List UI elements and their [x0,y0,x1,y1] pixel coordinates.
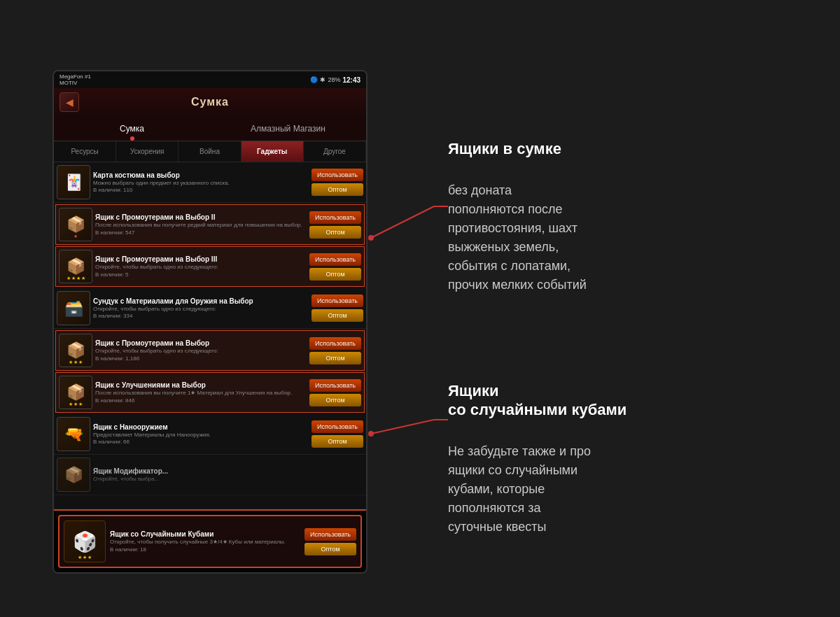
star-icon: ★ [69,360,73,365]
bulk-button[interactable]: Оптом [309,394,361,406]
item-image: 📦 [66,215,85,234]
network-name: MOTIV [59,80,91,86]
item-info: Ящик с Нанооружием Предоставляет Материа… [93,417,309,451]
star-icon: ★ [71,276,76,281]
star-icon: ★ [78,555,82,560]
star-icon: ★ [78,402,83,407]
bulk-button[interactable]: Оптом [309,268,361,281]
page-background: { "page": { "title": "Game UI Screenshot… [0,0,840,617]
title-bar: ◀ Сумка [54,88,366,116]
cat-tab-boosts[interactable]: Ускорения [116,141,178,162]
popup-use-button[interactable]: Использовать [304,528,356,541]
star-icon: ★ [76,276,80,281]
bulk-button[interactable]: Оптом [312,435,363,448]
use-button[interactable]: Использовать [312,169,363,181]
item-info: Ящик с Улучшениями на Выбор После исполь… [95,376,307,409]
main-tab-bar: Сумка Алмазный Магазин [54,116,366,141]
item-image: 📦 [66,257,85,276]
bulk-button[interactable]: Оптом [309,226,361,239]
annotation-body-1: без доната пополняются после противостоя… [448,162,812,295]
popup-box: 🎲 ★ ★ ★ Ящик со Случайными Кубами Открой… [58,515,362,568]
item-buttons: Использовать Оптом [309,250,361,283]
popup-bulk-button[interactable]: Оптом [304,543,356,555]
tab-diamond-shop[interactable]: Алмазный Магазин [210,116,366,141]
item-buttons: Использовать Оптом [312,165,363,199]
item-icon: 📦 ★ ★ ★ [59,334,92,367]
use-button[interactable]: Использовать [309,211,361,224]
list-item: 📦 ★ ★ ★ Ящик с Улучшениями на Выбор Посл… [55,372,365,413]
use-button[interactable]: Использовать [309,379,361,392]
annotation-box-2: Ящики со случайными кубами Не забудьте т… [448,364,812,537]
bulk-button[interactable]: Оптом [312,183,363,196]
battery-icon: 28% [328,76,340,83]
item-image: 📦 [66,341,85,360]
svg-point-1 [368,235,374,241]
star-icon: ★ [83,555,87,560]
popup-item-icon: 🎲 ★ ★ ★ [64,520,106,562]
bluetooth-icon: 🔵 [310,76,318,83]
annotation-body-2: Не забудьте также и про ящики со случайн… [448,423,812,537]
carrier-name: MegaFon #1 [59,73,91,80]
annotation-box-1: Ящики в сумке без доната пополняются пос… [448,140,812,295]
screen-title: Сумка [191,96,229,108]
item-image: 🃏 [64,173,83,192]
star-icon: ★ [81,276,85,281]
star-icon: ★ [66,276,71,281]
carrier-info: MegaFon #1 MOTIV [59,73,91,86]
star-icon: ★ [69,402,73,407]
item-image: 🔫 [64,425,83,444]
popup-item-buttons: Использовать Оптом [304,520,356,562]
use-button[interactable]: Использовать [312,420,363,433]
cat-tab-gadgets[interactable]: Гаджеты [241,141,304,162]
item-buttons: Использовать Оптом [312,291,363,325]
status-bar: MegaFon #1 MOTIV 🔵 ✱ 28% 12:43 [54,71,366,88]
item-image: 🗃️ [64,299,83,318]
category-tab-bar: Ресурсы Ускорения Война Гаджеты Другое [54,141,366,162]
list-item: 📦 Ящик Модификатор... Откройте, чтобы вы… [54,455,366,495]
item-image: 📦 [64,466,83,484]
back-button[interactable]: ◀ [59,92,79,112]
item-info: Сундук с Материалами для Оружия на Выбор… [93,291,309,325]
popup-item-info: Ящик со Случайными Кубами Откройте, чтоб… [110,520,300,562]
phone-mockup: MegaFon #1 MOTIV 🔵 ✱ 28% 12:43 ◀ Сумка С… [52,70,368,574]
item-icon: 🗃️ [57,291,90,325]
use-button[interactable]: Использовать [312,295,363,307]
cat-tab-war[interactable]: Война [178,141,241,162]
star-icon: ★ [88,555,92,560]
popup-overlay: 🎲 ★ ★ ★ Ящик со Случайными Кубами Открой… [54,509,366,572]
svg-line-0 [371,206,434,238]
annotation-title-1: Ящики в сумке [448,140,812,158]
item-info: Ящик с Промоутерами на Выбор II После ис… [95,208,307,241]
svg-point-4 [368,431,374,437]
item-info: Ящик Модификатор... Откройте, чтобы выбр… [93,458,363,492]
cat-tab-other[interactable]: Другое [304,141,366,162]
item-info: Карта костюма на выбор Можно выбрать оди… [93,165,309,199]
list-item: 📦 ★ Ящик с Промоутерами на Выбор II Посл… [55,204,365,245]
star-icon: ★ [74,360,78,365]
item-info: Ящик с Промоутерами на Выбор Откройте, ч… [95,334,307,367]
item-buttons: Использовать Оптом [312,417,363,451]
annotation-title-2: Ящики со случайными кубами [448,364,812,419]
item-icon: 🃏 [57,165,90,199]
bulk-button[interactable]: Оптом [309,352,361,364]
list-item: 🗃️ Сундук с Материалами для Оружия на Вы… [54,288,366,329]
list-item: 📦 ★ ★ ★ ★ Ящик с Промоутерами на Выбор I… [55,246,365,287]
item-buttons: Использовать Оптом [309,376,361,409]
tab-bag[interactable]: Сумка [54,116,210,141]
cat-tab-resources[interactable]: Ресурсы [54,141,116,162]
item-icon: 📦 [57,458,90,492]
bulk-button[interactable]: Оптом [312,309,363,322]
back-icon: ◀ [66,97,74,108]
star-icon: ★ [74,402,78,407]
wifi-icon: ✱ [320,76,326,83]
item-icon: 📦 ★ ★ ★ ★ [59,250,92,283]
item-icon: 📦 ★ ★ ★ [59,376,92,409]
use-button[interactable]: Использовать [309,337,361,350]
item-icon: 🔫 [57,417,90,451]
list-item: 🃏 Карта костюма на выбор Можно выбрать о… [54,162,366,203]
item-image: 📦 [66,383,85,402]
item-info: Ящик с Промоутерами на Выбор III Откройт… [95,250,307,283]
popup-icon-image: 🎲 [73,530,97,553]
use-button[interactable]: Использовать [309,253,361,266]
time-display: 12:43 [342,76,360,84]
